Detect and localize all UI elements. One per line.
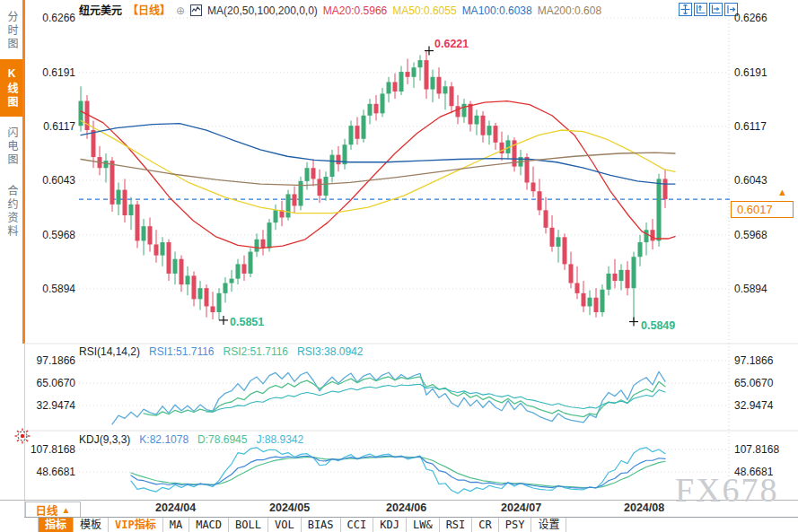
rsi-panel-header: RSI(14,14,2)RSI1:51.7116RSI2:51.7116RSI3…: [79, 345, 372, 358]
y-axis-label: 97.1866: [734, 354, 773, 367]
y-axis-label: 0.6117: [0, 120, 75, 133]
price-up-arrow-icon: ▲: [777, 187, 787, 197]
crosshair-tool-icon[interactable]: [679, 3, 692, 16]
chart-header: 纽元美元【日线】⊕MA(20,50,100,200,0,0)MA20:0.596…: [79, 2, 607, 15]
price-alert-icon[interactable]: [14, 428, 31, 444]
y-axis-label: 0.6266: [0, 12, 75, 24]
x-axis-scale-icon[interactable]: [709, 3, 723, 16]
y-axis-label: 107.8168: [0, 443, 75, 456]
kdj-j-value: J:88.9342: [256, 433, 303, 446]
rsi3-value: RSI3:38.0942: [297, 345, 363, 358]
toolbar-button-lw[interactable]: LW&: [407, 518, 440, 532]
toolbar-button-boll[interactable]: BOLL: [229, 518, 268, 532]
y-axis-label: 32.9474: [0, 399, 75, 412]
candlestick-chart-canvas[interactable]: [0, 0, 798, 532]
toolbar-button-indicator[interactable]: 指标: [39, 518, 74, 532]
y-axis-label: 97.1866: [0, 354, 75, 367]
toolbar-button-rsi[interactable]: RSI: [440, 518, 473, 532]
kdj-panel-header: KDJ(9,3,3)K:82.1078D:78.6945J:88.9342: [79, 433, 312, 446]
ma-parameters: MA(20,50,100,200,0,0): [207, 4, 318, 17]
y-axis-label: 0.6117: [734, 120, 767, 133]
toolbar-button-vol[interactable]: VOL: [268, 518, 302, 532]
x-axis-month-label: 2024/08: [624, 501, 664, 514]
toolbar-button-settings[interactable]: 设置: [531, 518, 566, 532]
toolbar-spacer: [24, 518, 39, 532]
current-price-value: 0.6017: [737, 203, 773, 216]
toolbar-button-vip-indicator[interactable]: VIP指标: [109, 518, 163, 532]
y-axis-label: 107.8168: [734, 443, 779, 456]
x-axis-month-label: 2024/06: [386, 501, 426, 514]
toolbar-button-bias[interactable]: BIAS: [302, 518, 341, 532]
ma100-value: MA100:0.6038: [462, 4, 532, 17]
y-axis-label: 32.9474: [734, 399, 773, 412]
toolbar-button-cci[interactable]: CCI: [341, 518, 374, 532]
current-price-box: 0.6017: [731, 201, 794, 218]
rsi2-value: RSI2:51.7116: [224, 345, 289, 358]
fx678-watermark: FX678: [675, 470, 779, 510]
kline-chart-icon: [190, 4, 202, 17]
period-selector-label: 日线: [36, 501, 58, 519]
y-axis-label: 0.6043: [0, 174, 75, 187]
rsi-title: RSI(14,14,2): [79, 345, 140, 358]
toolbar-button-psy[interactable]: PSY: [499, 518, 532, 532]
period-label: 【日线】: [127, 4, 171, 17]
y-axis-label: 0.6043: [734, 174, 767, 187]
chart-tool-buttons: [679, 3, 738, 16]
y-axis-label: 0.6191: [0, 66, 75, 79]
ma50-value: MA50:0.6055: [392, 4, 456, 17]
toolbar-button-kdj[interactable]: KDJ: [373, 518, 407, 532]
y-axis-label: 48.6681: [0, 466, 75, 478]
y-axis-label: 0.6191: [734, 66, 767, 79]
indicator-toolbar: 指标 模板 VIP指标 MA MACD BOLL VOL BIAS CCI KD…: [24, 517, 798, 532]
x-axis-month-label: 2024/07: [501, 501, 541, 514]
ma200-value: MA200:0.608: [538, 4, 601, 17]
swing-low-august-label: 0.5849: [641, 319, 675, 332]
y-axis-label: 65.0670: [0, 377, 75, 389]
chart-application-window: 分时图 K线图 闪电图 合约资料 纽元美元【日线】⊕MA(20,50,100,2…: [0, 0, 798, 532]
toolbar-button-ma[interactable]: MA: [163, 518, 189, 532]
swing-low-april-label: 0.5851: [230, 316, 264, 328]
y-axis-label: 65.0670: [734, 377, 773, 389]
toolbar-button-cr[interactable]: CR: [472, 518, 498, 532]
add-indicator-icon[interactable]: ⊕: [176, 4, 185, 17]
ma20-value: MA20:0.5966: [323, 4, 387, 17]
symbol-name: 纽元美元: [79, 4, 122, 17]
y-axis-scale-icon[interactable]: [694, 3, 707, 16]
y-axis-label: 0.5894: [0, 283, 75, 295]
kdj-k-value: K:82.1078: [139, 433, 189, 446]
toolbar-button-macd[interactable]: MACD: [189, 518, 229, 532]
y-axis-label: 0.5968: [734, 229, 767, 241]
period-up-arrow-icon: ▲: [62, 505, 71, 515]
kdj-d-value: D:78.6945: [197, 433, 247, 446]
y-axis-label: 0.6266: [734, 12, 767, 24]
toolbar-button-template[interactable]: 模板: [74, 518, 109, 532]
rsi1-value: RSI1:51.7116: [149, 345, 215, 358]
x-axis-month-label: 2024/04: [155, 501, 196, 514]
swing-high-label: 0.6221: [434, 38, 469, 50]
y-axis-label: 0.5894: [734, 283, 767, 295]
x-axis-month-label: 2024/05: [269, 501, 310, 514]
y-axis-label: 0.5968: [0, 229, 75, 241]
period-selector[interactable]: 日线 ▲: [25, 501, 81, 518]
kdj-title: KDJ(9,3,3): [79, 433, 130, 446]
